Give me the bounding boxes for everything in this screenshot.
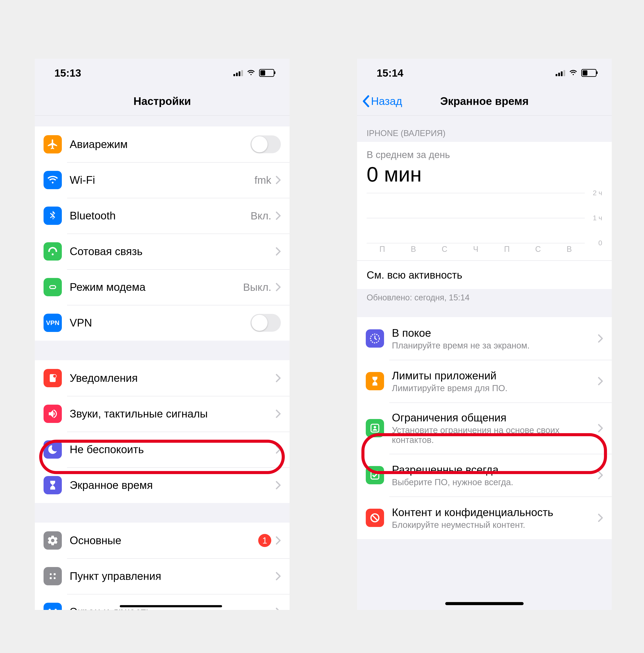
annotation-strike	[120, 605, 222, 607]
option-title: Лимиты приложений	[392, 369, 598, 382]
usage-chart: 2 ч 1 ч 0 ПВСЧПСВ	[367, 193, 602, 243]
see-all-activity[interactable]: См. всю активность	[367, 261, 602, 289]
chevron-right-icon	[276, 374, 281, 383]
option-subtitle: Установите ограничения на основе своих к…	[392, 425, 598, 445]
row-label: Звуки, тактильные сигналы	[70, 408, 276, 420]
row-bluetooth[interactable]: Bluetooth Вкл.	[35, 198, 290, 234]
vpn-toggle[interactable]	[251, 314, 281, 332]
row-value: fmk	[255, 174, 271, 186]
hourglass-icon	[366, 372, 384, 390]
notifications-icon	[44, 369, 62, 387]
option-title: Ограничения общения	[392, 411, 598, 424]
cellular-signal-icon	[233, 70, 243, 76]
cellular-signal-icon	[556, 70, 565, 76]
row-display[interactable]: AA Экран и яркость	[35, 594, 290, 610]
person-icon	[366, 419, 384, 437]
hourglass-icon	[44, 476, 62, 494]
option-subtitle: Выберите ПО, нужное всегда.	[392, 477, 598, 487]
option-subtitle: Блокируйте неуместный контент.	[392, 520, 598, 530]
row-general[interactable]: Основные 1	[35, 523, 290, 558]
row-label: Режим модема	[70, 281, 243, 293]
row-hotspot[interactable]: Режим модема Выкл.	[35, 269, 290, 305]
screentime-summary-card: В среднем за день 0 мин 2 ч 1 ч 0 ПВСЧПС…	[357, 142, 612, 289]
notification-badge: 1	[258, 534, 271, 547]
row-label: Bluetooth	[70, 210, 251, 222]
settings-group-notifications: Уведомления Звуки, тактильные сигналы Не…	[35, 360, 290, 503]
svg-point-14	[374, 426, 376, 428]
section-header-device: IPHONE (ВАЛЕРИЯ)	[357, 116, 612, 142]
row-vpn[interactable]: VPN VPN	[35, 305, 290, 341]
no-entry-icon	[366, 509, 384, 527]
status-time: 15:13	[54, 67, 81, 79]
chevron-right-icon	[276, 481, 281, 489]
battery-icon	[259, 69, 274, 77]
chevron-right-icon	[276, 211, 281, 220]
home-indicator[interactable]	[445, 602, 524, 605]
chevron-right-icon	[276, 283, 281, 291]
option-title: Контент и конфиденциальность	[392, 506, 598, 519]
display-icon: AA	[44, 603, 62, 610]
vpn-icon: VPN	[44, 314, 62, 332]
phone-settings: 15:13 Настройки Авиарежим	[35, 59, 290, 610]
row-cellular[interactable]: Сотовая связь	[35, 234, 290, 269]
option-title: Разрешенные всегда	[392, 463, 598, 476]
chevron-right-icon	[598, 377, 603, 386]
row-sounds[interactable]: Звуки, тактильные сигналы	[35, 396, 290, 432]
row-screentime[interactable]: Экранное время	[35, 467, 290, 503]
chevron-right-icon	[276, 409, 281, 418]
row-label: Основные	[70, 534, 258, 547]
row-dnd[interactable]: Не беспокоить	[35, 432, 290, 467]
cellular-icon	[44, 242, 62, 261]
chevron-right-icon	[276, 445, 281, 454]
chevron-right-icon	[276, 607, 281, 610]
row-value: Выкл.	[243, 281, 271, 293]
updated-footer: Обновлено: сегодня, 15:14	[357, 289, 612, 306]
row-commlimits[interactable]: Ограничения общения Установите ограничен…	[357, 403, 612, 454]
settings-group-network: Авиарежим Wi-Fi fmk Bluetooth Вкл.	[35, 126, 290, 341]
row-applimits[interactable]: Лимиты приложений Лимитируйте время для …	[357, 360, 612, 403]
row-controlcenter[interactable]: Пункт управления	[35, 558, 290, 594]
svg-point-5	[54, 577, 56, 579]
svg-point-2	[50, 573, 52, 575]
daily-average-value: 0 мин	[367, 162, 602, 186]
airplane-toggle[interactable]	[251, 136, 281, 153]
row-label: Пункт управления	[70, 570, 276, 582]
daily-average-label: В среднем за день	[367, 149, 602, 160]
chevron-right-icon	[276, 572, 281, 581]
bluetooth-icon	[44, 207, 62, 225]
status-bar: 15:14	[357, 59, 612, 87]
row-label: Экранное время	[70, 479, 276, 491]
chevron-right-icon	[598, 334, 603, 343]
back-label: Назад	[371, 95, 402, 107]
nav-bar: Настройки	[35, 87, 290, 116]
chart-ylabel: 0	[598, 239, 602, 247]
row-notifications[interactable]: Уведомления	[35, 360, 290, 396]
row-label: Авиарежим	[70, 138, 251, 151]
row-downtime[interactable]: В покое Планируйте время не за экраном.	[357, 317, 612, 360]
chevron-right-icon	[598, 471, 603, 480]
row-label: Сотовая связь	[70, 245, 276, 258]
row-content-privacy[interactable]: Контент и конфиденциальность Блокируйте …	[357, 497, 612, 539]
chart-ylabel: 2 ч	[593, 189, 602, 197]
chevron-right-icon	[276, 247, 281, 256]
page-title: Экранное время	[440, 95, 529, 107]
chevron-right-icon	[276, 176, 281, 184]
hotspot-icon	[44, 278, 62, 296]
svg-line-17	[372, 515, 378, 521]
back-button[interactable]: Назад	[362, 87, 402, 115]
dnd-icon	[44, 440, 62, 459]
chevron-right-icon	[598, 424, 603, 433]
row-always-allowed[interactable]: Разрешенные всегда Выберите ПО, нужное в…	[357, 454, 612, 497]
status-bar: 15:13	[35, 59, 290, 87]
sounds-icon	[44, 405, 62, 423]
row-airplane[interactable]: Авиарежим	[35, 126, 290, 162]
row-label: VPN	[70, 316, 251, 329]
row-label: Не беспокоить	[70, 443, 276, 456]
wifi-icon	[247, 69, 255, 77]
row-value: Вкл.	[251, 210, 271, 222]
row-wifi[interactable]: Wi-Fi fmk	[35, 162, 290, 198]
battery-icon	[581, 69, 597, 77]
nav-bar: Назад Экранное время	[357, 87, 612, 116]
settings-group-general: Основные 1 Пункт управления AA Экран и я…	[35, 523, 290, 610]
chevron-right-icon	[598, 513, 603, 522]
